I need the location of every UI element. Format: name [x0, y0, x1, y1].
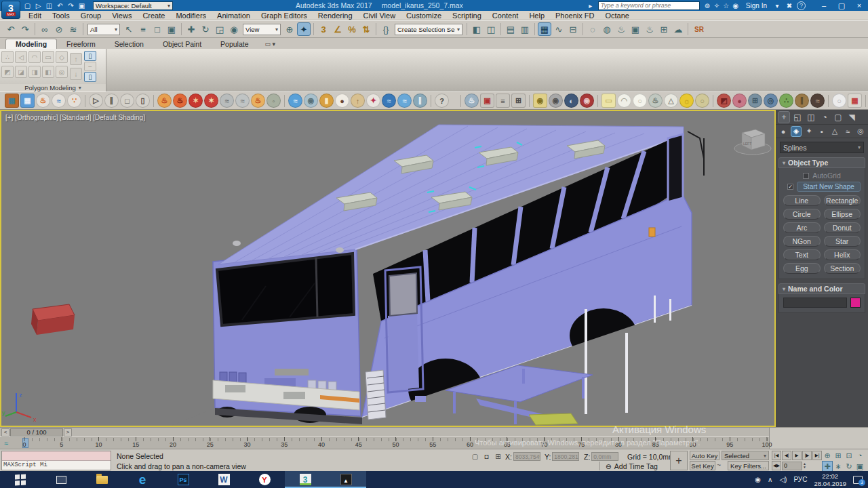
object-type-header[interactable]: ▾ Object Type [778, 157, 865, 168]
zoom-extents-icon[interactable]: ⊡ [844, 450, 854, 461]
octane-mat-node-icon[interactable]: ⊞ [748, 94, 762, 108]
cameras-category-icon[interactable]: ▪ [816, 126, 827, 137]
element-mode-icon[interactable]: ◇ [56, 51, 68, 63]
selection-lock-icon[interactable]: ◘ [482, 452, 491, 461]
phoenix-liquid-logo-icon[interactable]: ▦ [20, 94, 35, 108]
menu-content[interactable]: Content [487, 12, 524, 20]
next-frame-button[interactable]: |▶ [802, 451, 812, 460]
chevron-down-icon[interactable]: ▾ [772, 1, 782, 10]
select-and-move-icon[interactable]: ✚ [184, 22, 198, 36]
zoom-icon[interactable]: ⊕ [822, 450, 833, 461]
previous-frame-arrow[interactable]: < [1, 428, 9, 436]
vertex-mode-icon[interactable]: ∴ [1, 51, 14, 63]
octane-hair-icon[interactable]: ≈ [810, 94, 825, 108]
set-key-button[interactable]: Set Key [690, 461, 715, 470]
z-coordinate-field[interactable]: 0,0mm [591, 452, 618, 461]
window-crossing-toggle-icon[interactable]: ▣ [165, 22, 178, 36]
octane-camera-icon[interactable]: ◉ [549, 94, 563, 108]
pm-toggle-a-icon[interactable]: ▯ [84, 51, 96, 61]
octane-ies-icon[interactable]: ◐ [564, 94, 578, 108]
geometry-category-icon[interactable]: ● [778, 126, 789, 137]
preset-flame-icon[interactable]: ♨ [251, 94, 265, 108]
edit-named-selection-sets-icon[interactable]: {} [379, 22, 393, 36]
octane-sphere-light-icon[interactable]: ○ [633, 94, 647, 108]
pm-tool3-icon[interactable]: ◨ [28, 66, 41, 78]
lights-category-icon[interactable]: ✦ [804, 126, 814, 137]
preset-fuel-icon[interactable]: ◦ [267, 94, 281, 108]
edge-button[interactable]: e [122, 471, 163, 488]
offset-mode-icon[interactable]: ⊞ [494, 452, 502, 461]
close-button[interactable]: × [850, 0, 868, 11]
scene-explorer-icon[interactable]: ▥ [518, 22, 532, 36]
spinner-snap-icon[interactable]: ⇅ [359, 22, 373, 36]
octane-rgb-icon[interactable]: ▦ [848, 94, 862, 108]
render-presets-icon[interactable]: ⊞ [657, 22, 671, 36]
render-flyout-icon[interactable]: ◌ [586, 22, 599, 36]
octane-sun-icon[interactable]: ☼ [679, 94, 694, 108]
select-and-manipulate-icon[interactable]: ✦ [297, 22, 311, 36]
rendered-frame-window-icon[interactable]: ▣ [629, 22, 642, 36]
menu-civil-view[interactable]: Civil View [358, 12, 401, 20]
menu-graph-editors[interactable]: Graph Editors [256, 12, 313, 20]
selection-filter-dropdown[interactable]: All▾ [87, 24, 120, 35]
octane-mat-rough-icon[interactable]: ◎ [764, 94, 778, 108]
pm-up-icon[interactable]: ↑ [70, 53, 82, 65]
isolate-selection-icon[interactable]: ▢ [471, 452, 479, 461]
preset-glass-icon[interactable]: ◉ [304, 94, 318, 108]
menu-rendering[interactable]: Rendering [313, 12, 358, 20]
redo-menu-icon[interactable]: ↷ [66, 1, 75, 10]
menu-animation[interactable]: Animation [212, 12, 256, 20]
reference-coordinate-dropdown[interactable]: View▾ [243, 24, 281, 35]
menu-phoenix-fd[interactable]: Phoenix FD [550, 12, 599, 20]
stop-simulation-icon[interactable]: □ [120, 94, 134, 108]
start-new-shape-checkbox[interactable]: ✓ [787, 184, 793, 190]
preset-beer-icon[interactable]: ▮ [319, 94, 334, 108]
shape-button-helix[interactable]: Helix [824, 249, 861, 260]
search-communicate-icon[interactable]: ⊚ [703, 1, 712, 10]
utilities-tab[interactable]: ◥ [846, 111, 858, 123]
shape-button-circle[interactable]: Circle [783, 209, 821, 220]
menu-scripting[interactable]: Scripting [447, 12, 487, 20]
particle-sim-icon[interactable]: ∵ [67, 94, 81, 108]
name-color-header[interactable]: ▾ Name and Color [778, 283, 865, 294]
project-folder-icon[interactable]: ▣ [77, 1, 86, 10]
selection-set-key-dropdown[interactable]: Selected ▾ [722, 451, 769, 460]
ribbon-overflow-button[interactable]: ▭ ▾ [265, 41, 276, 49]
pm-toggle-b-icon[interactable]: ▯ [84, 72, 96, 82]
manage-layers-icon[interactable]: ▤ [504, 22, 517, 36]
fov-icon[interactable]: ◔ [854, 450, 865, 461]
viewport[interactable]: [+] [Orthographic] [Standard] [Default S… [0, 110, 776, 427]
octane-teapot-icon[interactable]: ♨ [465, 94, 479, 108]
systems-category-icon[interactable]: ◎ [855, 126, 866, 137]
bind-to-spacewarp-icon[interactable]: ≋ [66, 22, 80, 36]
percent-snap-icon[interactable]: % [345, 22, 359, 36]
liquid-sim-icon[interactable]: ≈ [52, 94, 66, 108]
redo-icon[interactable]: ↷ [18, 22, 32, 36]
start-simulation-icon[interactable]: ▷ [89, 94, 103, 108]
shape-button-line[interactable]: Line [783, 195, 821, 206]
object-name-field[interactable] [783, 298, 847, 308]
unlink-selection-icon[interactable]: ⊘ [52, 22, 66, 36]
current-frame-field[interactable]: 0 [782, 462, 802, 470]
photos-button[interactable]: ▲ [326, 471, 366, 488]
phoenix-fire-logo-icon[interactable]: ▦ [5, 94, 19, 108]
auto-key-button[interactable]: Auto Key [690, 451, 719, 460]
menu-octane[interactable]: Octane [600, 12, 635, 20]
go-to-start-button[interactable]: |◀ [772, 451, 781, 460]
display-tab[interactable]: ▢ [832, 111, 844, 123]
menu-help[interactable]: Help [524, 12, 550, 20]
restore-button[interactable]: ▢ [833, 0, 850, 11]
select-and-rotate-icon[interactable]: ↻ [199, 22, 212, 36]
menu-customize[interactable]: Customize [401, 12, 447, 20]
user-icon[interactable]: ◉ [731, 1, 741, 10]
octane-fur-icon[interactable]: ∥ [795, 94, 809, 108]
shape-button-donut[interactable]: Donut [824, 222, 861, 233]
photoshop-button[interactable]: Ps [163, 471, 203, 488]
preset-pool-icon[interactable]: ≈ [397, 94, 412, 108]
align-icon[interactable]: ◫ [484, 22, 498, 36]
snaps-toggle-icon[interactable]: 3 [317, 22, 330, 36]
object-color-swatch[interactable] [850, 298, 861, 308]
time-slider-handle[interactable]: 0 / 100 [10, 428, 63, 436]
select-object-icon[interactable]: ↖ [122, 22, 136, 36]
new-scene-icon[interactable]: ▢ [23, 1, 32, 10]
